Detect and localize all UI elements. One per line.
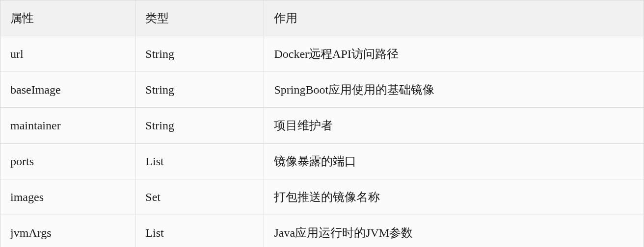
cell-type: String: [135, 36, 264, 72]
col-header-desc: 作用: [264, 0, 644, 36]
table-row: jvmArgs List Java应用运行时的JVM参数: [0, 215, 644, 247]
cell-type: Set: [135, 179, 264, 215]
cell-attr: maintainer: [0, 108, 135, 144]
col-header-attr: 属性: [0, 0, 135, 36]
table-row: ports List 镜像暴露的端口: [0, 144, 644, 179]
table-row: baseImage String SpringBoot应用使用的基础镜像: [0, 72, 644, 108]
properties-table: 属性 类型 作用 url String Docker远程API访问路径 base…: [0, 0, 644, 247]
cell-attr: images: [0, 179, 135, 215]
cell-attr: ports: [0, 144, 135, 179]
cell-desc: 项目维护者: [264, 108, 644, 144]
table-header-row: 属性 类型 作用: [0, 0, 644, 36]
cell-type: String: [135, 72, 264, 108]
cell-desc: Docker远程API访问路径: [264, 36, 644, 72]
cell-attr: jvmArgs: [0, 215, 135, 247]
table-row: images Set 打包推送的镜像名称: [0, 179, 644, 215]
col-header-type: 类型: [135, 0, 264, 36]
cell-desc: SpringBoot应用使用的基础镜像: [264, 72, 644, 108]
cell-attr: baseImage: [0, 72, 135, 108]
cell-attr: url: [0, 36, 135, 72]
cell-type: List: [135, 215, 264, 247]
cell-desc: 镜像暴露的端口: [264, 144, 644, 179]
cell-desc: 打包推送的镜像名称: [264, 179, 644, 215]
cell-type: List: [135, 144, 264, 179]
cell-desc: Java应用运行时的JVM参数: [264, 215, 644, 247]
table-row: url String Docker远程API访问路径: [0, 36, 644, 72]
cell-type: String: [135, 108, 264, 144]
table-row: maintainer String 项目维护者: [0, 108, 644, 144]
